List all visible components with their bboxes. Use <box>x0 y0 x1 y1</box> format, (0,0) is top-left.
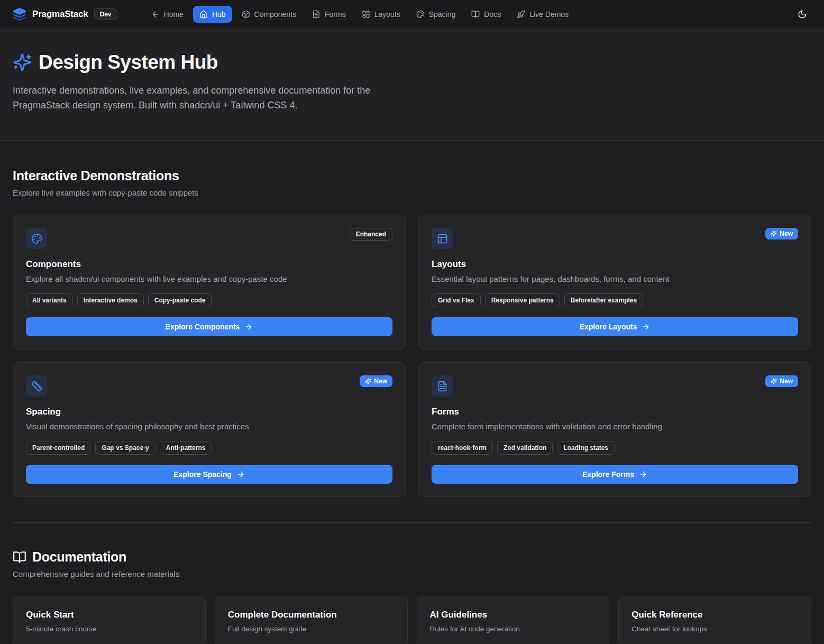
status-badge: Enhanced <box>350 228 392 241</box>
doc-card-description: Full design system guide <box>228 625 395 633</box>
nav-item-label: Home <box>164 10 184 19</box>
status-badge: New <box>765 228 798 240</box>
arrow-right-icon <box>639 470 647 479</box>
demos-section-title: Interactive Demonstrations <box>13 168 811 183</box>
nav-item-hub[interactable]: Hub <box>193 6 232 23</box>
tag: Interactive demos <box>77 293 144 307</box>
sparkles-icon <box>771 378 777 384</box>
tag: react-hook-form <box>432 441 493 455</box>
navbar: PragmaStack Dev Home Hub Components Fo <box>0 0 824 29</box>
nav-item-spacing[interactable]: Spacing <box>410 6 462 23</box>
card-title: Layouts <box>432 259 798 270</box>
doc-card-description: Rules for AI code generation <box>430 625 597 633</box>
brand[interactable]: PragmaStack Dev <box>13 7 117 21</box>
demos-section: Interactive Demonstrations Explore live … <box>13 141 811 497</box>
main-content: Interactive Demonstrations Explore live … <box>0 141 824 644</box>
book-open-icon <box>471 10 480 19</box>
nav-item-components[interactable]: Components <box>235 6 303 23</box>
home-icon <box>199 10 208 19</box>
demo-card-grid: Enhanced Components Explore all shadcn/u… <box>13 215 811 497</box>
doc-card-complete-documentation[interactable]: Complete Documentation Full design syste… <box>215 596 408 644</box>
button-label: Explore Components <box>166 323 240 331</box>
tag: Zod validation <box>497 441 553 455</box>
tag: Anti-patterns <box>160 441 212 455</box>
tag: Loading states <box>557 441 615 455</box>
explore-forms-button[interactable]: Explore Forms <box>432 465 798 484</box>
nav-item-home[interactable]: Home <box>145 6 190 23</box>
demo-card-layouts: New Layouts Essential layout patterns fo… <box>418 215 811 349</box>
tag-row: All variants Interactive demos Copy-past… <box>26 293 392 307</box>
demo-card-spacing: New Spacing Visual demonstrations of spa… <box>13 362 406 497</box>
badge-label: New <box>374 378 387 385</box>
button-label: Explore Forms <box>582 470 634 479</box>
tag: Responsive patterns <box>485 293 560 307</box>
hero-description: Interactive demonstrations, live example… <box>13 83 401 113</box>
tag-row: react-hook-form Zod validation Loading s… <box>432 441 798 455</box>
brand-name: PragmaStack <box>32 9 88 20</box>
demos-section-subtitle: Explore live examples with copy-paste co… <box>13 188 811 197</box>
card-title: Spacing <box>26 407 392 417</box>
nav-item-label: Docs <box>484 10 501 19</box>
tag-row: Parent-controlled Gap vs Space-y Anti-pa… <box>26 441 392 455</box>
explore-spacing-button[interactable]: Explore Spacing <box>26 465 392 484</box>
badge-label: New <box>780 378 793 385</box>
sparkles-icon <box>13 53 32 72</box>
doc-card-title: Complete Documentation <box>228 610 395 620</box>
arrow-right-icon <box>236 470 245 479</box>
nav-item-layouts[interactable]: Layouts <box>355 6 407 23</box>
file-text-icon <box>312 10 321 19</box>
tag: Grid vs Flex <box>432 293 481 307</box>
nav-item-label: Forms <box>325 10 346 19</box>
arrow-right-icon <box>244 323 253 331</box>
explore-components-button[interactable]: Explore Components <box>26 317 392 336</box>
button-label: Explore Layouts <box>580 323 637 331</box>
env-badge: Dev <box>94 8 117 20</box>
demo-card-components: Enhanced Components Explore all shadcn/u… <box>13 215 406 349</box>
nav-item-label: Components <box>254 10 296 19</box>
layers-icon <box>13 7 26 21</box>
card-title: Components <box>26 259 392 270</box>
status-badge: New <box>765 375 798 387</box>
explore-layouts-button[interactable]: Explore Layouts <box>432 317 798 336</box>
doc-card-title: AI Guidelines <box>430 610 597 620</box>
doc-card-description: 5-minute crash course <box>26 625 193 633</box>
nav-item-label: Live Demos <box>529 10 569 19</box>
nav-item-forms[interactable]: Forms <box>306 6 352 23</box>
tag: Parent-controlled <box>26 441 91 455</box>
doc-card-title: Quick Reference <box>631 610 798 620</box>
rocket-icon <box>517 10 525 19</box>
nav-item-docs[interactable]: Docs <box>465 6 507 23</box>
arrow-right-icon <box>642 323 650 331</box>
layout-grid-icon <box>362 10 370 19</box>
tag: Before/after examples <box>564 293 643 307</box>
nav-item-live-demos[interactable]: Live Demos <box>510 6 575 23</box>
tag: All variants <box>26 293 73 307</box>
nav-item-label: Hub <box>212 10 226 19</box>
doc-card-quick-reference[interactable]: Quick Reference Cheat sheet for lookups <box>618 596 811 644</box>
doc-card-title: Quick Start <box>26 610 193 620</box>
doc-card-quick-start[interactable]: Quick Start 5-minute crash course <box>13 596 206 644</box>
sparkles-icon <box>771 231 777 237</box>
palette-icon <box>416 10 425 19</box>
file-text-icon <box>432 375 453 397</box>
docs-section: Documentation Comprehensive guides and r… <box>13 523 811 644</box>
nav-menu: Home Hub Components Forms Layouts <box>145 6 575 23</box>
nav-item-label: Spacing <box>429 10 456 19</box>
docs-section-subtitle: Comprehensive guides and reference mater… <box>13 569 811 578</box>
card-description: Complete form implementations with valid… <box>432 421 798 432</box>
page-title: Design System Hub <box>39 51 218 73</box>
tag-row: Grid vs Flex Responsive patterns Before/… <box>432 293 798 307</box>
panels-top-left-icon <box>432 228 453 249</box>
tag: Copy-paste code <box>148 293 212 307</box>
docs-section-title: Documentation <box>32 549 126 565</box>
demo-card-forms: New Forms Complete form implementations … <box>418 362 811 497</box>
arrow-left-icon <box>151 10 160 19</box>
card-description: Essential layout patterns for pages, das… <box>432 273 798 284</box>
docs-card-grid: Quick Start 5-minute crash course Comple… <box>13 596 811 644</box>
theme-toggle-button[interactable] <box>793 5 811 23</box>
card-description: Visual demonstrations of spacing philoso… <box>26 421 392 432</box>
doc-card-ai-guidelines[interactable]: AI Guidelines Rules for AI code generati… <box>417 596 610 644</box>
card-description: Explore all shadcn/ui components with li… <box>26 273 392 284</box>
moon-icon <box>798 10 807 19</box>
button-label: Explore Spacing <box>173 470 232 479</box>
